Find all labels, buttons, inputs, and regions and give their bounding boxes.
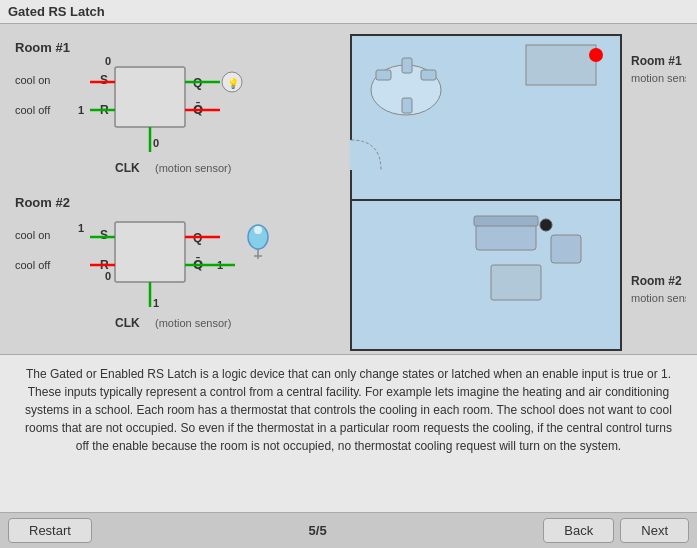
svg-point-61 — [540, 219, 552, 231]
svg-text:0: 0 — [105, 55, 111, 67]
page-indicator: 5/5 — [309, 523, 327, 538]
svg-text:cool off: cool off — [15, 104, 51, 116]
title-bar: Gated RS Latch — [0, 0, 697, 24]
svg-text:1: 1 — [78, 104, 84, 116]
svg-text:cool on: cool on — [15, 229, 50, 241]
svg-rect-60 — [491, 265, 541, 300]
svg-point-51 — [589, 48, 603, 62]
svg-rect-45 — [376, 70, 391, 80]
svg-text:cool on: cool on — [15, 74, 50, 86]
svg-text:motion sensor: motion sensor — [631, 292, 686, 304]
svg-rect-48 — [402, 98, 412, 113]
svg-text:Room #2: Room #2 — [631, 274, 682, 288]
back-button[interactable]: Back — [543, 518, 614, 543]
svg-text:CLK: CLK — [115, 316, 140, 330]
svg-rect-49 — [526, 45, 596, 85]
svg-point-37 — [254, 226, 262, 234]
svg-text:Room #1: Room #1 — [631, 54, 682, 68]
svg-text:0: 0 — [153, 137, 159, 149]
main-area: Room #1 cool on cool off S R Q Q̄ 0 1 — [0, 24, 697, 354]
svg-text:💡: 💡 — [227, 77, 240, 90]
svg-text:S: S — [100, 73, 108, 87]
svg-text:Room #2: Room #2 — [15, 195, 70, 210]
svg-text:cool off: cool off — [15, 259, 51, 271]
description-text: The Gated or Enabled RS Latch is a logic… — [20, 365, 677, 455]
svg-text:1: 1 — [78, 222, 84, 234]
svg-text:CLK: CLK — [115, 161, 140, 175]
svg-rect-47 — [421, 70, 436, 80]
svg-text:1: 1 — [153, 297, 159, 309]
logic-diagram-svg: Room #1 cool on cool off S R Q Q̄ 0 1 — [10, 32, 345, 354]
svg-text:(motion sensor): (motion sensor) — [155, 162, 231, 174]
description-box: The Gated or Enabled RS Latch is a logic… — [0, 354, 697, 512]
next-button[interactable]: Next — [620, 518, 689, 543]
page-title: Gated RS Latch — [8, 4, 105, 19]
svg-text:0: 0 — [105, 270, 111, 282]
floor-plan-svg: 78 Set to 75 Set to 75 Cooling Room #1 — [346, 30, 686, 354]
svg-rect-24 — [115, 222, 185, 282]
right-panel: 78 Set to 75 Set to 75 Cooling Room #1 — [340, 24, 697, 354]
svg-rect-59 — [551, 235, 581, 263]
svg-rect-58 — [474, 216, 538, 226]
svg-text:(motion sensor): (motion sensor) — [155, 317, 231, 329]
left-panel: Room #1 cool on cool off S R Q Q̄ 0 1 — [0, 24, 340, 354]
restart-button[interactable]: Restart — [8, 518, 92, 543]
svg-text:motion sensor: motion sensor — [631, 72, 686, 84]
bottom-bar: Restart 5/5 Back Next — [0, 512, 697, 548]
svg-text:S: S — [100, 228, 108, 242]
svg-rect-4 — [115, 67, 185, 127]
svg-rect-46 — [402, 58, 412, 73]
room1-label: Room #1 — [15, 40, 70, 55]
